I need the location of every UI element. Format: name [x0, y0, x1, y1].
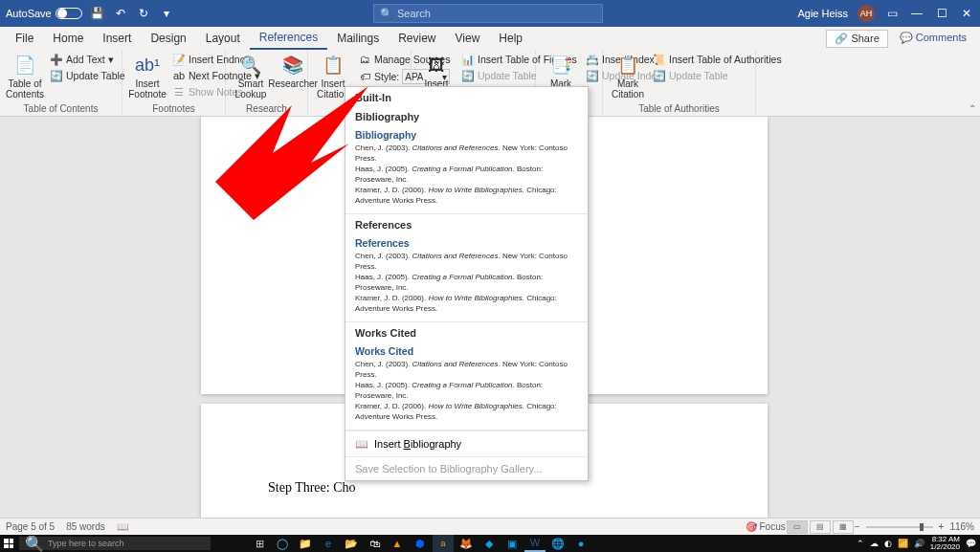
collapse-ribbon-icon[interactable]: ⌃	[969, 103, 976, 114]
search-box[interactable]: 🔍	[373, 4, 603, 23]
cortana-icon[interactable]: ◯	[272, 535, 293, 552]
figures-icon: 📊	[461, 53, 475, 66]
mark-entry-icon: 📑	[549, 54, 572, 77]
task-view-icon[interactable]: ⊞	[249, 535, 270, 552]
update-icon: 🔄	[461, 69, 475, 82]
insert-authorities-button[interactable]: 📜Insert Table of Authorities	[651, 52, 784, 67]
group-label-research: Research	[232, 103, 301, 116]
file-explorer-icon[interactable]: 📁	[295, 535, 316, 552]
app-icon-1[interactable]: ◆	[479, 535, 500, 552]
redo-icon[interactable]: ↻	[136, 6, 151, 21]
insert-bib-icon: 📖	[355, 437, 368, 451]
wifi-icon[interactable]: 📶	[898, 539, 908, 548]
status-bar: Page 5 of 5 85 words 📖 🎯 Focus ▭ ▤ ▦ − +…	[0, 518, 980, 535]
document-text: Step Three: Cho	[268, 480, 356, 496]
title-bar: AutoSave 💾 ↶ ↻ ▾ Document1 - Word 🔍 Agie…	[0, 0, 980, 27]
app-icon-3[interactable]: ●	[570, 535, 591, 552]
manage-icon: 🗂	[358, 53, 371, 66]
dropdown-option-bibliography[interactable]: Bibliography Chen, J. (2003). Citations …	[345, 125, 588, 214]
tray-up-icon[interactable]: ⌃	[857, 539, 864, 548]
dropdown-option-references[interactable]: References Chen, J. (2003). Citations an…	[345, 233, 588, 322]
table-of-contents-button[interactable]: 📄 Table of Contents	[6, 52, 44, 101]
search-input[interactable]	[397, 8, 596, 19]
ribbon-display-icon[interactable]: ▭	[884, 6, 900, 21]
smart-lookup-button[interactable]: 🔍 Smart Lookup	[232, 52, 270, 101]
update-icon: 🔄	[653, 69, 666, 82]
zoom-out-button[interactable]: −	[855, 521, 860, 532]
zoom-slider[interactable]	[866, 526, 933, 528]
menu-tabs: File Home Insert Design Layout Reference…	[0, 27, 980, 50]
folder-icon[interactable]: 📂	[341, 535, 362, 552]
user-name[interactable]: Agie Heiss	[797, 8, 848, 19]
toggle-off-icon	[56, 8, 82, 19]
maximize-icon[interactable]: ☐	[934, 6, 949, 21]
insert-bibliography-option[interactable]: 📖 Insert Bibliography	[345, 431, 588, 456]
show-notes-icon: ☰	[172, 85, 186, 99]
update-table-button[interactable]: 🔄Update Table	[48, 68, 127, 83]
comments-button[interactable]: 💬 Comments	[892, 30, 974, 48]
dropbox-icon[interactable]: ⬢	[410, 535, 431, 552]
status-words[interactable]: 85 words	[66, 521, 105, 532]
autosave-toggle[interactable]: AutoSave	[6, 8, 82, 19]
web-layout-view-button[interactable]: ▦	[833, 520, 854, 534]
share-button[interactable]: 🔗 Share	[826, 30, 887, 48]
tab-home[interactable]: Home	[43, 28, 93, 49]
tab-mailings[interactable]: Mailings	[327, 28, 389, 49]
chrome-icon[interactable]: 🌐	[547, 535, 568, 552]
tab-view[interactable]: View	[446, 28, 490, 49]
group-label-footnotes: Footnotes	[128, 103, 219, 116]
print-layout-view-button[interactable]: ▭	[787, 520, 808, 534]
update-authorities-button: 🔄Update Table	[651, 68, 784, 83]
word-app-icon[interactable]: W	[524, 535, 546, 552]
taskbar-search[interactable]: 🔍	[19, 537, 211, 550]
taskbar: 🔍 ⊞ ◯ 📁 e 📂 🛍 ▲ ⬢ a 🦊 ◆ ▣ W 🌐 ● ⌃ ☁ ◐ 📶 …	[0, 535, 980, 552]
status-page[interactable]: Page 5 of 5	[6, 521, 55, 532]
add-text-button[interactable]: ➕Add Text ▾	[48, 52, 127, 67]
tab-help[interactable]: Help	[489, 28, 532, 49]
user-avatar[interactable]: AH	[858, 5, 875, 22]
tab-review[interactable]: Review	[389, 28, 445, 49]
footnote-icon: ab¹	[136, 54, 159, 77]
undo-icon[interactable]: ↶	[113, 6, 128, 21]
researcher-button[interactable]: 📚 Researcher	[274, 52, 312, 91]
onedrive-icon[interactable]: ☁	[870, 539, 879, 548]
dropdown-option-works-cited[interactable]: Works Cited Chen, J. (2003). Citations a…	[345, 342, 588, 431]
close-icon[interactable]: ✕	[959, 6, 974, 21]
next-footnote-icon: ab	[172, 69, 186, 82]
zoom-level[interactable]: 116%	[949, 521, 974, 532]
tab-design[interactable]: Design	[141, 28, 195, 49]
tray-app-icon[interactable]: ◐	[884, 539, 892, 548]
add-text-icon: ➕	[50, 53, 63, 66]
notifications-icon[interactable]: 💬	[966, 539, 976, 548]
caption-icon: 🖼	[425, 54, 448, 77]
dropdown-section-bibliography: Bibliography	[345, 106, 588, 125]
amazon-icon[interactable]: a	[433, 535, 454, 552]
tab-references[interactable]: References	[250, 27, 327, 50]
save-icon[interactable]: 💾	[90, 6, 105, 21]
style-icon: 🏷	[358, 70, 371, 83]
save-selection-option: Save Selection to Bibliography Gallery..…	[345, 456, 588, 480]
bibliography-dropdown: Built-In Bibliography Bibliography Chen,…	[345, 86, 589, 481]
tray-clock[interactable]: 8:32 AM 1/2/2020	[930, 536, 960, 551]
volume-icon[interactable]: 🔊	[914, 539, 924, 548]
minimize-icon[interactable]: —	[909, 6, 924, 21]
qat-dropdown-icon[interactable]: ▾	[159, 6, 174, 21]
tab-insert[interactable]: Insert	[93, 28, 141, 49]
focus-mode-button[interactable]: 🎯 Focus	[746, 521, 786, 532]
mark-citation-button[interactable]: 📋 Mark Citation	[609, 52, 647, 101]
zoom-in-button[interactable]: +	[939, 521, 945, 532]
app-icon-2[interactable]: ▣	[501, 535, 523, 552]
start-button[interactable]	[0, 535, 17, 552]
tab-file[interactable]: File	[6, 28, 43, 49]
insert-footnote-button[interactable]: ab¹ Insert Footnote	[128, 52, 167, 101]
read-mode-view-button[interactable]: ▤	[810, 520, 831, 534]
taskbar-search-input[interactable]	[48, 539, 205, 548]
dropdown-section-works-cited: Works Cited	[345, 322, 588, 342]
tab-layout[interactable]: Layout	[196, 28, 250, 49]
firefox-icon[interactable]: 🦊	[456, 535, 477, 552]
dropdown-section-references: References	[345, 214, 588, 233]
store-icon[interactable]: 🛍	[364, 535, 385, 552]
edge-icon[interactable]: e	[318, 535, 339, 552]
vlc-icon[interactable]: ▲	[387, 535, 408, 552]
spell-check-icon[interactable]: 📖	[117, 521, 128, 532]
